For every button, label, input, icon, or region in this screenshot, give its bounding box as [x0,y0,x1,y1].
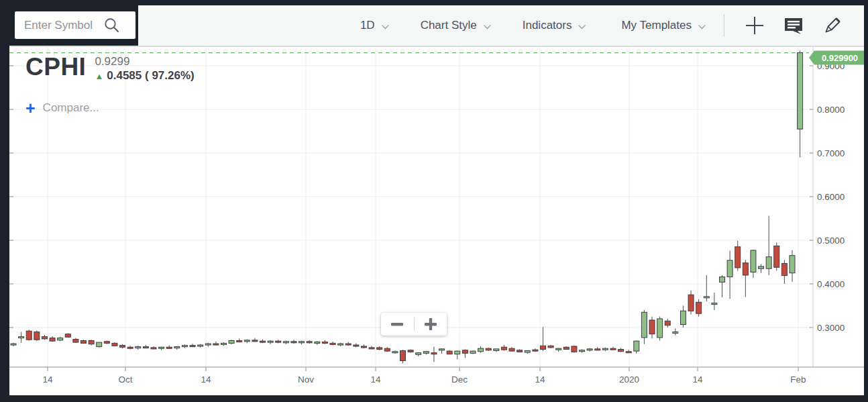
candle [626,352,631,353]
candle [501,347,506,350]
candle [89,341,94,344]
timeframe-menu[interactable]: 1D [360,19,390,32]
chevron-down-icon [483,24,492,30]
candle [587,349,592,350]
candle [447,351,452,354]
candle [65,334,70,338]
zoom-out-button[interactable] [381,313,414,336]
candle [361,346,366,348]
plus-icon [745,15,765,36]
candle [377,348,382,350]
candle [548,346,553,348]
candle [595,349,600,350]
candle [525,350,530,352]
candle [657,319,663,338]
symbol-search-box[interactable] [15,11,135,39]
candle [112,343,117,346]
my-templates-menu[interactable]: My Templates [621,19,706,32]
candle [735,247,741,268]
candle [720,277,725,283]
news-comments-button[interactable] [779,11,808,40]
chevron-down-icon [381,24,390,30]
candle [19,337,24,338]
candle [580,350,585,352]
candle [751,250,756,272]
date-axis-label: 14 [370,374,381,385]
candle [268,341,273,342]
compare-plus-icon: + [25,101,36,115]
candle [556,348,561,350]
candle [97,342,102,346]
indicators-menu[interactable]: Indicators [523,19,587,32]
candle [431,353,437,354]
candle [369,348,374,349]
candle [766,257,771,269]
candle [307,342,312,343]
candle [533,350,538,351]
candle [688,295,694,311]
candle [354,345,359,346]
candle [252,340,258,342]
chart-style-menu[interactable]: Chart Style [421,19,492,32]
candle [190,346,195,347]
candle [649,320,655,334]
pencil-icon [823,16,842,35]
price-chart-canvas[interactable]: 0.90000.80000.70000.60000.50000.40000.30… [9,47,864,395]
price-axis-label: 0.4000 [817,279,845,289]
last-price-tag-label: 0.929900 [822,53,858,63]
compare-button[interactable]: + Compare... [25,101,99,115]
chart-style-label: Chart Style [421,19,477,32]
candle [276,341,281,342]
price-axis-label: 0.5000 [817,236,845,246]
compare-label: Compare... [43,101,99,115]
candle [174,347,180,348]
price-axis-label: 0.8000 [817,105,845,115]
symbol-search-input[interactable] [15,19,103,32]
last-price: 0.9299 [95,55,194,68]
up-arrow-icon: ▲ [95,70,103,82]
price-change: 0.4585 ( 97.26%) [107,69,194,83]
chevron-down-icon [578,24,586,30]
candle [400,350,406,360]
candle [166,347,172,348]
add-chart-button[interactable] [741,11,769,40]
zoom-control [381,313,447,336]
candle [221,343,226,344]
candle [680,311,686,324]
date-axis-label: Feb [790,374,806,385]
timeframe-label: 1D [360,19,375,32]
candle [712,303,717,305]
candle [283,342,288,343]
candle [696,302,702,313]
price-axis-label: 0.6000 [817,192,845,202]
candle [408,350,413,352]
candle [384,348,390,351]
candle [774,246,779,267]
candle [338,344,343,345]
date-axis-label: 14 [201,374,211,385]
draw-button[interactable] [818,11,847,40]
candle [26,331,32,340]
chevron-down-icon [698,24,706,30]
candle [330,343,335,344]
candle [665,321,670,325]
candle [237,341,242,342]
candle [73,340,78,343]
candle [159,347,164,348]
candle [229,341,234,344]
candle [80,341,86,344]
candle [205,344,211,345]
candle [291,342,296,343]
candle [509,348,514,351]
candle [104,342,109,344]
candle [42,337,47,339]
candle [602,348,608,350]
zoom-in-button[interactable] [415,313,447,336]
candle [416,353,421,355]
search-icon[interactable] [103,17,121,34]
candle [540,346,545,349]
app-window: 1D Chart Style Indicators My Templates [0,0,868,402]
candle [618,350,624,352]
candle [127,347,133,348]
candle [182,346,187,347]
